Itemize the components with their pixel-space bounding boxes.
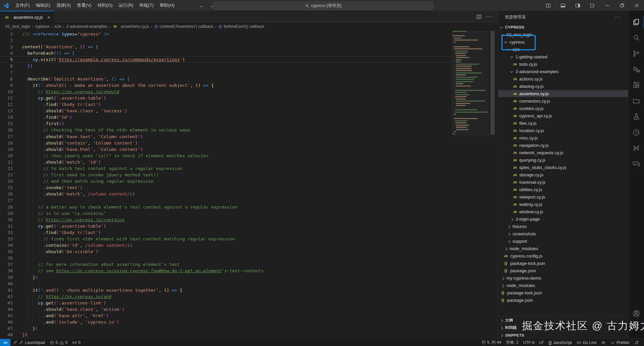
status-indentation[interactable]: 空格: 2 <box>503 340 521 345</box>
tree-item-support[interactable]: support <box>498 237 628 245</box>
tree-item-package-lock.json[interactable]: {}package-lock.json <box>498 289 628 296</box>
tree-item-files.cy.js[interactable]: JSfiles.cy.js <box>498 119 628 127</box>
titlebar-split-editor-layout-button[interactable] <box>541 0 555 11</box>
remote-indicator[interactable]: >< <box>0 339 10 346</box>
activitybar-testing[interactable] <box>628 109 644 124</box>
tree-item-aliasing.cy.js[interactable]: JSaliasing.cy.js <box>498 82 628 90</box>
tree-item-package.json[interactable]: {}package.json <box>498 296 628 304</box>
editor-scrollbar[interactable] <box>490 31 495 135</box>
tree-item-utilities.cy.js[interactable]: JSutilities.cy.js <box>498 186 628 193</box>
status-prettier[interactable]: Prettier <box>608 340 632 345</box>
code-editor[interactable]: 1/// <reference types="cypress" />23cont… <box>0 30 498 339</box>
tree-item-misc.cy.js[interactable]: JSmisc.cy.js <box>498 134 628 141</box>
tree-item-traversal.cy.js[interactable]: JStraversal.cy.js <box>498 178 628 186</box>
status-launchpad[interactable]: Launchpad <box>10 339 47 346</box>
menu-item-V[interactable]: 查看(V) <box>74 0 94 11</box>
titlebar-toggle-panel-button[interactable] <box>555 0 570 11</box>
command-center-search[interactable]: cypress [管理员] <box>213 1 433 10</box>
tree-item-cypress.config.js[interactable]: JScypress.config.js <box>498 252 628 260</box>
status-notifications[interactable] <box>632 340 641 345</box>
more-actions-icon[interactable]: ··· <box>486 11 492 23</box>
tree-item-network_requests.cy.js[interactable]: JSnetwork_requests.cy.js <box>498 149 628 156</box>
menu-item-S[interactable]: 选择(S) <box>53 0 74 11</box>
tree-item-waiting.cy.js[interactable]: JSwaiting.cy.js <box>498 200 628 208</box>
tree-item-cypress_api.cy.js[interactable]: JScypress_api.cy.js <box>498 112 628 119</box>
tree-item-2-advanced-examples[interactable]: 2-advanced-examples <box>498 68 628 75</box>
activitybar-project-manager[interactable] <box>628 93 644 109</box>
tree-item-spies_stubs_clocks.cy.js[interactable]: JSspies_stubs_clocks.cy.js <box>498 164 628 171</box>
tree-item-location.cy.js[interactable]: JSlocation.cy.js <box>498 127 628 134</box>
status-language[interactable]: {}JavaScript <box>546 340 574 345</box>
minimap-line <box>456 57 470 58</box>
titlebar-restore-button[interactable] <box>614 0 629 11</box>
titlebar-toggle-sidebar-button[interactable] <box>570 0 585 11</box>
tree-item-package.json[interactable]: {}package.json <box>498 267 628 274</box>
tree-item-e2e[interactable]: e2e <box>498 46 628 53</box>
explorer-more-actions-icon[interactable]: ··· <box>615 14 621 20</box>
menu-item-H[interactable]: 帮助(H) <box>157 0 177 11</box>
breadcrumb-item[interactable]: JSassertions.cy.js <box>112 24 149 29</box>
activitybar-explorer[interactable] <box>628 14 644 30</box>
tree-item-screenshots[interactable]: screenshots <box>498 230 628 237</box>
activitybar-run-and-debug[interactable] <box>628 61 644 77</box>
tree-item-node_modules[interactable]: node_modules <box>498 245 628 252</box>
tree-item-my-cypress-demo[interactable]: my-cypress-demo <box>498 274 628 282</box>
titlebar-minimize-button[interactable] <box>600 0 614 11</box>
tree-item-label: querying.cy.js <box>519 158 546 163</box>
status-cursor-position[interactable]: 行 5, 列 44 <box>480 340 503 345</box>
breadcrumb-item[interactable]: 2-advanced-examples <box>66 24 107 29</box>
tree-item-node_modules[interactable]: node_modules <box>498 282 628 289</box>
tab-assertions[interactable]: JS assertions.cy.js × <box>0 11 54 23</box>
breadcrumb-item[interactable]: 02_test_login <box>5 24 30 29</box>
status-encoding[interactable]: UTF-8 <box>521 340 537 345</box>
status-ports[interactable]: 0 <box>70 339 83 346</box>
titlebar-customize-layout-button[interactable] <box>585 0 600 11</box>
tree-item-cookies.cy.js[interactable]: JScookies.cy.js <box>498 105 628 112</box>
tree-item-viewport.cy.js[interactable]: JSviewport.cy.js <box>498 193 628 200</box>
menu-item-E[interactable]: 编辑(E) <box>33 0 53 11</box>
tree-item-1-getting-started[interactable]: 1-getting-started <box>498 53 628 60</box>
menu-item-F[interactable]: 文件(F) <box>12 0 33 11</box>
activitybar-source-control[interactable] <box>628 46 644 61</box>
titlebar-close-button[interactable] <box>629 0 644 11</box>
tab-close-icon[interactable]: × <box>47 14 50 20</box>
tree-item-connectors.cy.js[interactable]: JSconnectors.cy.js <box>498 97 628 105</box>
tree-item-fixtures[interactable]: fixtures <box>498 223 628 230</box>
status-problems[interactable]: 00 <box>47 339 70 346</box>
menu-item-R[interactable]: 运行(R) <box>115 0 136 11</box>
menu-item-G[interactable]: 转到(G) <box>95 0 116 11</box>
tree-item-window.cy.js[interactable]: JSwindow.cy.js <box>498 208 628 215</box>
breadcrumb-item[interactable]: beforeEach() callback <box>218 24 264 29</box>
status-feedback[interactable] <box>599 340 608 345</box>
minimap-line <box>456 66 472 67</box>
tree-item-actions.cy.js[interactable]: JSactions.cy.js <box>498 75 628 82</box>
activitybar-extensions[interactable] <box>628 77 644 93</box>
status-eol[interactable]: LF <box>537 340 546 345</box>
tree-item-assertions.cy.js[interactable]: JSassertions.cy.js <box>498 90 628 97</box>
activitybar-extension-n[interactable] <box>628 140 644 156</box>
breadcrumb-item[interactable]: e2e <box>54 24 61 29</box>
tree-item-cypress[interactable]: cypress <box>498 38 628 46</box>
line-number: 9 <box>0 82 22 89</box>
tree-item-3-login-page[interactable]: 3-login-page <box>498 215 628 223</box>
breadcrumb-item[interactable]: context('Assertions') callback <box>154 24 213 29</box>
split-editor-icon[interactable] <box>476 14 482 20</box>
breadcrumb-item[interactable]: cypress <box>35 24 50 29</box>
minimap-line <box>456 64 479 65</box>
back-arrow-icon[interactable]: ← <box>199 3 204 8</box>
tree-item-02_test_login[interactable]: 02_test_login <box>498 31 628 38</box>
tree-item-navigation.cy.js[interactable]: JSnavigation.cy.js <box>498 141 628 149</box>
minimap[interactable] <box>452 31 489 339</box>
activitybar-comments[interactable] <box>628 156 644 172</box>
code-line-46: 46 .and('include', 'cypress.io') <box>0 319 452 325</box>
tree-item-storage.cy.js[interactable]: JSstorage.cy.js <box>498 171 628 178</box>
tree-item-package-lock.json[interactable]: {}package-lock.json <box>498 260 628 267</box>
menu-item-T[interactable]: 终端(T) <box>136 0 157 11</box>
minimap-line <box>455 94 469 95</box>
status-go-live[interactable]: Go Live <box>574 340 599 345</box>
activitybar-search[interactable] <box>628 30 644 46</box>
tree-item-querying.cy.js[interactable]: JSquerying.cy.js <box>498 156 628 164</box>
tree-root-cypress[interactable]: CYPRESS <box>498 23 628 31</box>
activitybar-live-preview[interactable] <box>628 124 644 140</box>
tree-item-todo.cy.js[interactable]: JStodo.cy.js <box>498 60 628 68</box>
